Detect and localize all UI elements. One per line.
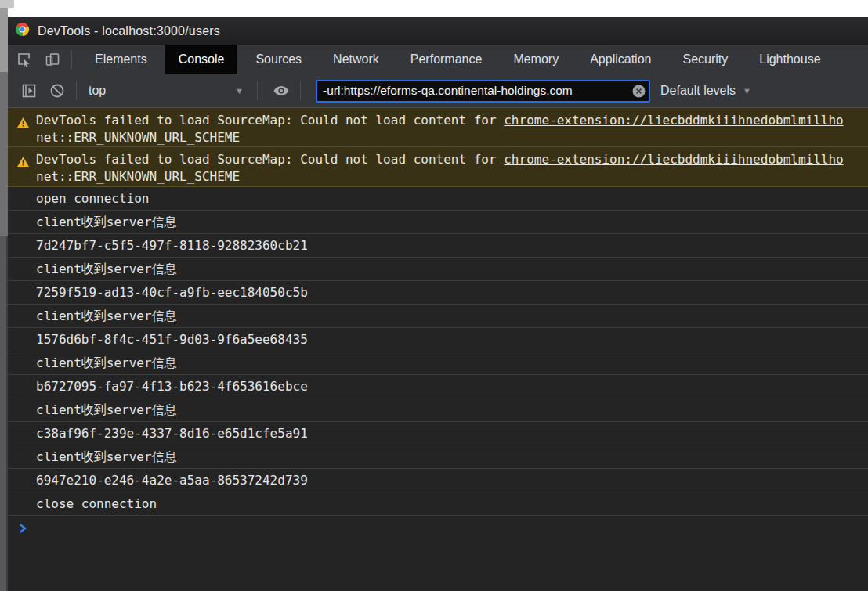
chrome-icon — [16, 23, 29, 39]
desktop-edge-middle — [0, 72, 8, 236]
console-row: close connection — [8, 492, 868, 516]
tab-strip: ElementsConsoleSourcesNetworkPerformance… — [79, 45, 837, 74]
console-row: 7d247bf7-c5f5-497f-8118-92882360cb21 — [8, 234, 868, 258]
warning-icon — [17, 154, 29, 186]
console-row: c38af96f-239e-4337-8d16-e65d1cfe5a91 — [8, 422, 868, 445]
screen: { "window": { "title": "DevTools - local… — [0, 0, 868, 591]
console-row: client收到server信息 — [8, 351, 868, 375]
console-row: b6727095-fa97-4f13-b623-4f653616ebce — [8, 375, 868, 398]
device-toolbar-icon[interactable] — [41, 48, 64, 71]
console-row: open connection — [8, 187, 868, 211]
log-levels-select[interactable]: Default levels ▼ — [660, 84, 751, 98]
console-row: 6947e210-e246-4a2e-a5aa-86537242d739 — [8, 469, 868, 492]
main-tabbar: ElementsConsoleSourcesNetworkPerformance… — [8, 45, 868, 74]
console-row: client收到server信息 — [8, 305, 868, 328]
console-row: client收到server信息 — [8, 445, 868, 469]
tab-console[interactable]: Console — [165, 45, 238, 74]
inspect-element-icon[interactable] — [13, 48, 36, 71]
tab-application[interactable]: Application — [577, 45, 664, 74]
console-row: 1576d6bf-8f4c-451f-9d03-9f6a5ee68435 — [8, 328, 868, 351]
titlebar: DevTools - localhost:3000/users — [8, 17, 868, 45]
javascript-context-select[interactable]: top ▼ — [84, 84, 250, 98]
console-log: open connectionclient收到server信息7d247bf7-… — [8, 187, 868, 516]
prompt-chevron-icon — [18, 523, 27, 534]
tab-elements[interactable]: Elements — [81, 45, 161, 74]
window-title: DevTools - localhost:3000/users — [38, 24, 220, 38]
warning-text: DevTools failed to load SourceMap: Could… — [36, 151, 844, 186]
desktop-edge-upper — [0, 8, 8, 72]
console-prompt[interactable] — [8, 516, 868, 541]
context-label: top — [89, 84, 106, 98]
warning-icon — [17, 115, 29, 146]
console-row: 7259f519-ad13-40cf-a9fb-eec184050c5b — [8, 281, 868, 305]
tabbar-divider — [71, 50, 72, 69]
tab-memory[interactable]: Memory — [500, 45, 572, 74]
console-sidebar-icon[interactable] — [17, 79, 41, 103]
tab-sources[interactable]: Sources — [242, 45, 315, 74]
warning-list: DevTools failed to load SourceMap: Could… — [8, 107, 868, 187]
sourcemap-extension-link[interactable]: chrome-extension://liecbddmkiiihnedobmlm… — [504, 113, 843, 128]
console-toolbar: top ▼ Default levels ▼ — [8, 74, 868, 107]
clear-console-icon[interactable] — [45, 79, 69, 103]
tab-security[interactable]: Security — [669, 45, 741, 74]
tab-performance[interactable]: Performance — [397, 45, 496, 74]
clear-filter-icon[interactable] — [632, 85, 646, 98]
toolbar-divider — [76, 81, 77, 100]
filter-input[interactable] — [323, 84, 632, 98]
sourcemap-warning: DevTools failed to load SourceMap: Could… — [8, 147, 868, 187]
sourcemap-extension-link[interactable]: chrome-extension://liecbddmkiiihnedobmlm… — [504, 152, 843, 167]
console-row: client收到server信息 — [8, 258, 868, 281]
tab-lighthouse[interactable]: Lighthouse — [746, 45, 834, 74]
desktop-edge-top — [0, 0, 14, 8]
tab-network[interactable]: Network — [320, 45, 392, 74]
sourcemap-warning: DevTools failed to load SourceMap: Could… — [8, 107, 868, 147]
desktop-edge-lower — [0, 236, 8, 591]
live-expression-eye-icon[interactable] — [269, 79, 293, 103]
levels-label: Default levels — [660, 84, 736, 98]
toolbar-divider — [300, 81, 301, 100]
console-output: DevTools failed to load SourceMap: Could… — [8, 107, 868, 591]
console-row: client收到server信息 — [8, 398, 868, 422]
devtools-window: DevTools - localhost:3000/users Elements… — [8, 17, 868, 591]
chevron-down-icon: ▼ — [743, 86, 751, 95]
chevron-down-icon: ▼ — [235, 86, 244, 95]
toolbar-divider — [257, 81, 258, 100]
console-filter-box — [316, 80, 650, 103]
console-row: client收到server信息 — [8, 211, 868, 234]
warning-text: DevTools failed to load SourceMap: Could… — [36, 112, 844, 146]
